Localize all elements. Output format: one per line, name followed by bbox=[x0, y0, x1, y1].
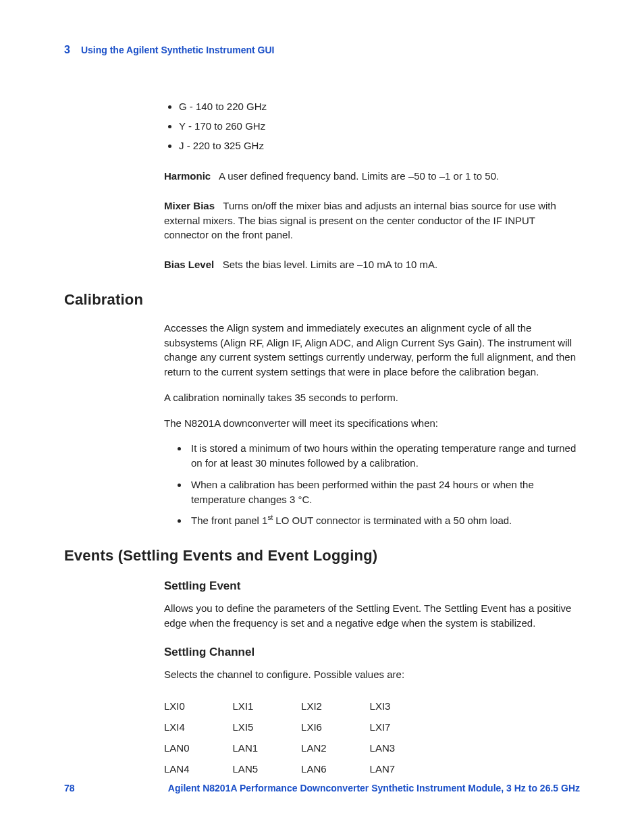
cell: LXI0 bbox=[164, 700, 233, 721]
table-row: LXI4 LXI5 LXI6 LXI7 bbox=[164, 721, 438, 742]
paragraph: Selects the channel to configure. Possib… bbox=[164, 667, 580, 682]
cell: LXI6 bbox=[301, 721, 370, 742]
cell: LAN0 bbox=[164, 742, 233, 763]
cell: LAN1 bbox=[233, 742, 302, 763]
text: LO OUT connector is terminated with a 50… bbox=[273, 515, 512, 526]
definition-text: A user defined frequency band. Limits ar… bbox=[219, 170, 499, 182]
list-item: Y - 170 to 260 GHz bbox=[179, 119, 580, 133]
subheading-settling-channel: Settling Channel bbox=[164, 646, 580, 659]
list-item: J - 220 to 325 GHz bbox=[179, 138, 580, 153]
paragraph: The N8201A downconverter will meet its s… bbox=[164, 416, 580, 431]
list-item: It is stored a minimum of two hours with… bbox=[188, 441, 580, 471]
paragraph: Accesses the Align system and immediatel… bbox=[164, 321, 580, 380]
cell: LXI2 bbox=[301, 700, 370, 721]
cell: LAN2 bbox=[301, 742, 370, 763]
text: The front panel 1 bbox=[191, 515, 267, 526]
definition-mixer-bias: Mixer Bias Turns on/off the mixer bias a… bbox=[164, 199, 580, 242]
term: Harmonic bbox=[164, 170, 211, 182]
cell: LXI7 bbox=[370, 721, 439, 742]
term: Bias Level bbox=[164, 259, 214, 270]
paragraph: A calibration nominally takes 35 seconds… bbox=[164, 390, 580, 405]
page-number: 78 bbox=[64, 783, 75, 793]
band-list: G - 140 to 220 GHz Y - 170 to 260 GHz J … bbox=[164, 99, 580, 153]
definition-text: Turns on/off the mixer bias and adjusts … bbox=[164, 200, 556, 241]
term: Mixer Bias bbox=[164, 200, 215, 211]
chapter-title: Using the Agilent Synthetic Instrument G… bbox=[81, 45, 275, 55]
calibration-conditions-list: It is stored a minimum of two hours with… bbox=[164, 441, 580, 528]
cell: LAN7 bbox=[370, 763, 439, 784]
page-footer: 78 Agilent N8201A Performance Downconver… bbox=[64, 783, 580, 793]
chapter-number: 3 bbox=[64, 44, 70, 56]
subheading-settling-event: Settling Event bbox=[164, 579, 580, 593]
table-row: LAN0 LAN1 LAN2 LAN3 bbox=[164, 742, 438, 763]
list-item: When a calibration has been performed wi… bbox=[188, 477, 580, 507]
section-heading-events: Events (Settling Events and Event Loggin… bbox=[64, 547, 580, 565]
table-row: LXI0 LXI1 LXI2 LXI3 bbox=[164, 700, 438, 721]
cell: LAN6 bbox=[301, 763, 370, 784]
cell: LXI3 bbox=[370, 700, 439, 721]
cell: LXI4 bbox=[164, 721, 233, 742]
list-item: The front panel 1st LO OUT connector is … bbox=[188, 513, 580, 528]
cell: LAN4 bbox=[164, 763, 233, 784]
cell: LXI5 bbox=[233, 721, 302, 742]
definition-harmonic: Harmonic A user defined frequency band. … bbox=[164, 169, 580, 184]
cell: LAN3 bbox=[370, 742, 439, 763]
footer-title: Agilent N8201A Performance Downconverter… bbox=[168, 783, 580, 793]
table-row: LAN4 LAN5 LAN6 LAN7 bbox=[164, 763, 438, 784]
cell: LAN5 bbox=[233, 763, 302, 784]
page-header: 3 Using the Agilent Synthetic Instrument… bbox=[64, 44, 580, 56]
definition-bias-level: Bias Level Sets the bias level. Limits a… bbox=[164, 257, 580, 272]
section-heading-calibration: Calibration bbox=[64, 291, 580, 309]
paragraph: Allows you to define the parameters of t… bbox=[164, 601, 580, 631]
list-item: G - 140 to 220 GHz bbox=[179, 99, 580, 113]
definition-text: Sets the bias level. Limits are –10 mA t… bbox=[223, 259, 438, 270]
cell: LXI1 bbox=[233, 700, 302, 721]
channel-table: LXI0 LXI1 LXI2 LXI3 LXI4 LXI5 LXI6 LXI7 … bbox=[164, 700, 438, 784]
